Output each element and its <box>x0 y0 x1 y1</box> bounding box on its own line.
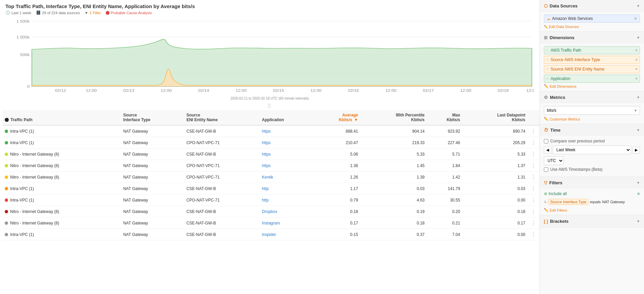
traffic-path-header-icon <box>5 118 9 122</box>
cell-application[interactable]: inspider <box>260 229 313 240</box>
compare-checkbox[interactable] <box>544 139 548 143</box>
dimension-item: ⠿ Application × <box>544 75 640 83</box>
cell-eni-entity: CSE-NAT-GW-B <box>184 183 260 194</box>
cell-menu[interactable]: ⋮ <box>527 229 539 240</box>
row-menu-button[interactable]: ⋮ <box>529 128 537 135</box>
app-link[interactable]: inspider <box>262 232 276 237</box>
app-link[interactable]: Kentik <box>262 175 273 180</box>
time-header[interactable]: ⏱ Time ▼ <box>540 124 644 136</box>
cell-application[interactable]: Dropbox <box>260 206 313 217</box>
cell-menu[interactable]: ⋮ <box>527 149 539 160</box>
dimension-remove-button[interactable]: × <box>635 67 638 72</box>
cell-application[interactable]: http <box>260 183 313 194</box>
app-link[interactable]: Instagram <box>262 221 280 225</box>
cell-application[interactable]: https <box>260 149 313 160</box>
brackets-icon: [ ] <box>544 219 548 224</box>
period-select[interactable]: Last Week <box>553 145 631 154</box>
app-link[interactable]: http <box>262 198 269 203</box>
cell-application[interactable]: http <box>260 194 313 206</box>
cell-application[interactable]: Instagram <box>260 217 313 229</box>
cell-eni-entity: CSE-NAT-GW-B <box>184 217 260 229</box>
cell-menu[interactable]: ⋮ <box>527 183 539 194</box>
time-section: ⏱ Time ▼ Compare over previous period ◀ … <box>540 124 644 177</box>
cell-application[interactable]: https <box>260 137 313 149</box>
dimension-remove-button[interactable]: × <box>635 57 638 62</box>
aws-timestamps-checkbox[interactable] <box>544 167 548 172</box>
app-link[interactable]: Dropbox <box>262 209 277 214</box>
cell-last: 0.00 <box>462 194 527 206</box>
include-all-remove[interactable]: × <box>637 191 640 196</box>
row-menu-button[interactable]: ⋮ <box>529 208 537 215</box>
row-menu-button[interactable]: ⋮ <box>529 162 537 169</box>
timezone-select[interactable]: UTC <box>544 156 564 165</box>
edit-dimensions-link[interactable]: ✏️Edit Dimensions <box>544 84 640 88</box>
cell-application[interactable]: https <box>260 125 313 137</box>
row-menu-button[interactable]: ⋮ <box>529 173 537 181</box>
cell-application[interactable]: https <box>260 160 313 171</box>
row-menu-button[interactable]: ⋮ <box>529 196 537 204</box>
row-menu-button[interactable]: ⋮ <box>529 219 537 226</box>
app-link[interactable]: https <box>262 129 271 134</box>
period-next-button[interactable]: ▶ <box>633 146 640 154</box>
cell-application[interactable]: Kentik <box>260 171 313 183</box>
filter-rule: ↳ Source Interface Type equals NAT Gatew… <box>544 198 640 206</box>
cell-max: 923.92 <box>427 125 462 137</box>
row-menu-button[interactable]: ⋮ <box>529 139 537 146</box>
filter-badge[interactable]: ▼ 1 Filter <box>85 11 101 15</box>
row-menu-button[interactable]: ⋮ <box>529 231 537 238</box>
customize-metrics-link[interactable]: ✏️ Customize Metrics <box>544 117 640 121</box>
metrics-select[interactable]: bits/s <box>544 106 640 115</box>
app-link[interactable]: https <box>262 152 271 157</box>
cell-last: 0.00 <box>462 229 527 240</box>
cell-menu[interactable]: ⋮ <box>527 217 539 229</box>
cell-menu[interactable]: ⋮ <box>527 137 539 149</box>
app-link[interactable]: http <box>262 186 269 191</box>
dimension-remove-button[interactable]: × <box>635 48 638 53</box>
cell-menu[interactable]: ⋮ <box>527 160 539 171</box>
data-sources-header[interactable]: ⬡ Data Sources ▼ <box>540 0 644 12</box>
edit-filters-link[interactable]: ✏️ Edit Filters <box>544 208 640 212</box>
cell-traffic-path: Nitro - Internet Gateway (8) <box>3 171 121 183</box>
pca-link[interactable]: ⬤ Probable Cause Analysis <box>106 10 152 15</box>
drag-handle-icon[interactable]: ⠿ <box>546 58 549 62</box>
svg-text:12:00: 12:00 <box>526 88 534 92</box>
table-row: Nitro - Internet Gateway (8) NAT Gateway… <box>3 217 539 229</box>
cell-traffic-path: Nitro - Internet Gateway (8) <box>3 149 121 160</box>
col-actions <box>527 110 539 125</box>
traffic-dot <box>5 130 8 133</box>
app-link[interactable]: https <box>262 163 271 168</box>
cell-p95: 4.63 <box>360 194 427 206</box>
drag-handle-icon[interactable]: ⠿ <box>546 77 549 81</box>
cell-menu[interactable]: ⋮ <box>527 125 539 137</box>
filter-key-tag[interactable]: Source Interface Type <box>548 199 588 205</box>
dimension-item: ⠿ Source AWS ENI Entity Name × <box>544 65 640 73</box>
filters-header[interactable]: ▽ Filters ▼ <box>540 177 644 189</box>
col-last-kbits: Last DatapointKbits/s <box>462 110 527 125</box>
cell-menu[interactable]: ⋮ <box>527 206 539 217</box>
metrics-header[interactable]: ⚙ Metrics ▼ <box>540 91 644 103</box>
dimension-remove-button[interactable]: × <box>635 76 638 81</box>
datasource-chevron: ▼ <box>637 4 640 8</box>
drag-handle-icon[interactable]: ⠿ <box>546 49 549 52</box>
drag-handle[interactable]: ⠿ <box>5 102 534 110</box>
svg-text:12:00: 12:00 <box>460 88 471 92</box>
cell-menu[interactable]: ⋮ <box>527 194 539 206</box>
col-avg-kbits[interactable]: AverageKbits/s ▼ <box>313 110 360 125</box>
svg-text:02/12: 02/12 <box>55 88 66 92</box>
drag-handle-icon[interactable]: ⠿ <box>546 68 549 71</box>
edit-data-sources-link[interactable]: ✏️ Edit Data Sources <box>544 25 640 29</box>
period-prev-button[interactable]: ◀ <box>544 146 551 154</box>
aws-remove-button[interactable]: × <box>634 16 637 21</box>
dimensions-header[interactable]: ⊞ Dimensions ▼ <box>540 32 644 44</box>
data-table: Traffic Path SourceInterface Type Source… <box>0 110 539 294</box>
row-menu-button[interactable]: ⋮ <box>529 151 537 158</box>
include-all-icon: ⊕ <box>544 191 547 196</box>
cell-eni-entity: CSE-NAT-GW-B <box>184 229 260 240</box>
cell-menu[interactable]: ⋮ <box>527 171 539 183</box>
page-title: Top Traffic Path, Interface Type, ENI En… <box>5 3 534 9</box>
filters-chevron: ▼ <box>637 181 640 185</box>
row-menu-button[interactable]: ⋮ <box>529 185 537 192</box>
metrics-title: Metrics <box>550 95 565 100</box>
app-link[interactable]: https <box>262 140 271 145</box>
brackets-header[interactable]: [ ] Brackets ▼ <box>540 215 644 227</box>
